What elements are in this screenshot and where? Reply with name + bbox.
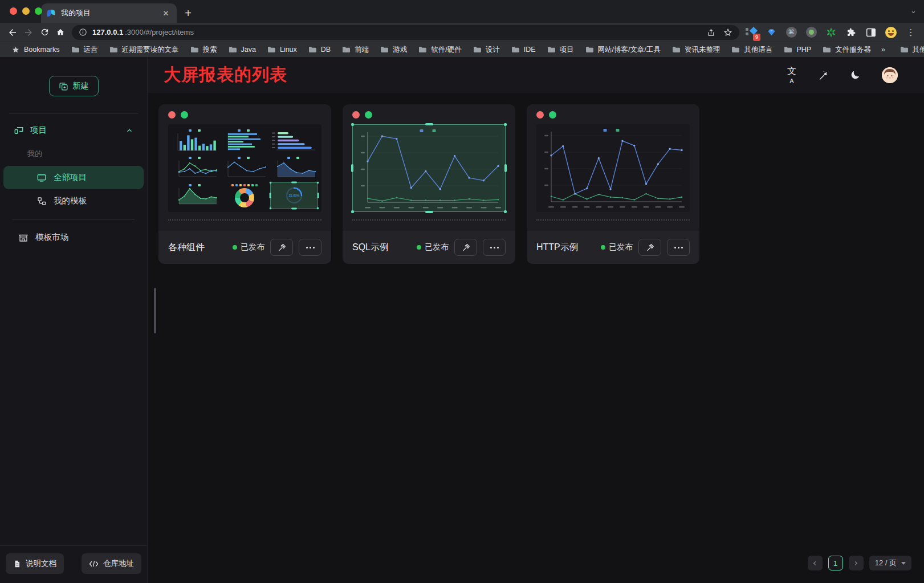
- bookmark-folder[interactable]: 搜索: [185, 45, 223, 55]
- bookmark-folder[interactable]: Java: [223, 46, 262, 54]
- selection-handle[interactable]: [318, 193, 319, 198]
- bookmark-folder[interactable]: 设计: [467, 45, 506, 55]
- pagination: 1 12 / 页: [808, 556, 911, 570]
- selection-handle[interactable]: [317, 182, 319, 184]
- repo-button[interactable]: 仓库地址: [82, 553, 141, 574]
- edit-project-button[interactable]: [454, 239, 477, 256]
- hammer-icon: [461, 243, 471, 252]
- next-page-button[interactable]: [849, 556, 864, 570]
- selection-handle[interactable]: [504, 123, 507, 126]
- donut-legend: [231, 184, 258, 186]
- puzzle-extensions-icon[interactable]: [845, 26, 857, 39]
- bookmark-folder-label: 设计: [486, 45, 500, 55]
- selection-handle[interactable]: [504, 164, 507, 172]
- command-extension-icon[interactable]: ⌘: [785, 26, 797, 39]
- user-avatar[interactable]: [882, 67, 898, 83]
- thumbnail-line-chart: [536, 124, 689, 211]
- green-dot: [365, 111, 372, 119]
- browser-tab[interactable]: 我的项目 ✕: [41, 3, 177, 23]
- scrollbar-thumb[interactable]: [154, 288, 156, 333]
- bookmark-folder[interactable]: 运营: [66, 45, 104, 55]
- bookmark-folder[interactable]: 其他语言: [726, 45, 778, 55]
- magic-wand-icon[interactable]: [817, 70, 829, 81]
- zoom-window-button[interactable]: [35, 7, 42, 15]
- selection-handle[interactable]: [504, 210, 507, 213]
- selection-handle[interactable]: [425, 123, 433, 125]
- edit-project-button[interactable]: [270, 239, 293, 256]
- close-tab-icon[interactable]: ✕: [161, 8, 171, 18]
- selection-handle[interactable]: [351, 164, 353, 172]
- more-actions-button[interactable]: [483, 239, 506, 256]
- bookmarks-overflow-chevron[interactable]: »: [877, 46, 890, 54]
- mini-chart-cell: [270, 155, 318, 181]
- bookmark-folder[interactable]: DB: [303, 46, 336, 54]
- sidebar-item-my-templates[interactable]: 我的模板: [3, 189, 144, 213]
- bookmark-folder[interactable]: 资讯未整理: [666, 45, 726, 55]
- other-bookmarks-folder[interactable]: 其他书签: [894, 45, 924, 55]
- language-icon[interactable]: 文A: [787, 66, 796, 84]
- share-icon[interactable]: [707, 28, 715, 37]
- gem-extension-icon[interactable]: [765, 26, 778, 39]
- forward-icon[interactable]: [21, 25, 36, 40]
- bookmark-folder[interactable]: Linux: [262, 46, 303, 54]
- close-window-button[interactable]: [10, 7, 17, 15]
- side-panel-icon[interactable]: [865, 26, 877, 39]
- project-thumbnail[interactable]: 25.00%: [168, 124, 321, 212]
- home-icon[interactable]: [52, 25, 68, 40]
- record-extension-icon[interactable]: [805, 26, 817, 39]
- minimize-window-button[interactable]: [22, 7, 30, 15]
- selection-handle[interactable]: [351, 210, 354, 213]
- address-bar[interactable]: 127.0.0.1:3000/#/project/items: [72, 25, 739, 40]
- gauge-panel-selected[interactable]: 25.00%: [270, 182, 318, 209]
- reload-icon[interactable]: [36, 25, 52, 40]
- selection-handle[interactable]: [291, 208, 297, 210]
- sidebar-group-project[interactable]: 项目: [3, 119, 144, 142]
- bookmark-folder[interactable]: 项目: [542, 45, 580, 55]
- bookmark-folder-label: 其他语言: [744, 45, 772, 55]
- sidebar-mine-label: 我的: [3, 142, 144, 166]
- selection-handle[interactable]: [291, 182, 297, 184]
- bookmark-folder[interactable]: 文件服务器: [817, 45, 877, 55]
- green-star-extension-icon[interactable]: [825, 26, 837, 39]
- chevron-up-icon: [125, 127, 133, 134]
- bookmark-folder[interactable]: 游戏: [375, 45, 413, 55]
- selection-handle[interactable]: [351, 123, 354, 126]
- project-thumbnail[interactable]: [352, 124, 506, 212]
- emoji-profile-avatar[interactable]: [885, 26, 897, 39]
- publish-status-label: 已发布: [241, 242, 264, 252]
- bookmark-folder-label: 软件/硬件: [431, 45, 461, 55]
- dark-mode-moon-icon[interactable]: [850, 70, 861, 80]
- site-info-icon[interactable]: [79, 28, 87, 36]
- selection-handle[interactable]: [269, 193, 271, 198]
- bookmark-folder[interactable]: 前端: [336, 45, 375, 55]
- sidebar-item-template-market-label: 模板市场: [35, 232, 68, 243]
- bookmark-star-icon[interactable]: [723, 28, 732, 37]
- bookmark-folder[interactable]: IDE: [506, 46, 542, 54]
- selection-handle[interactable]: [269, 207, 271, 210]
- more-actions-button[interactable]: [299, 239, 321, 256]
- browser-menu-icon[interactable]: ⋮: [905, 26, 917, 39]
- selection-handle[interactable]: [425, 211, 433, 213]
- selection-handle[interactable]: [317, 207, 319, 210]
- back-icon[interactable]: [5, 25, 21, 40]
- project-thumbnail[interactable]: [536, 124, 690, 212]
- extension-grid-icon[interactable]: 9: [745, 26, 758, 39]
- bookmark-folder[interactable]: PHP: [778, 46, 817, 54]
- page-size-select[interactable]: 12 / 页: [869, 556, 911, 570]
- prev-page-button[interactable]: [808, 556, 823, 570]
- edit-project-button[interactable]: [638, 239, 661, 256]
- bookmark-folder[interactable]: 网站/博客/文章/工具: [580, 45, 666, 55]
- docs-button[interactable]: 说明文档: [6, 553, 64, 574]
- new-tab-button[interactable]: +: [180, 5, 196, 21]
- more-actions-button[interactable]: [667, 239, 690, 256]
- current-page[interactable]: 1: [828, 556, 843, 570]
- bookmark-folder[interactable]: 近期需要读的文章: [104, 45, 185, 55]
- selection-handle[interactable]: [269, 182, 271, 184]
- sidebar-item-all-projects[interactable]: 全部项目: [3, 166, 144, 189]
- bookmarks-root[interactable]: Bookmarks: [6, 46, 66, 54]
- new-project-button[interactable]: 新建: [49, 76, 99, 96]
- tab-search-chevron-icon[interactable]: ⌄: [910, 6, 917, 15]
- bookmark-folder[interactable]: 软件/硬件: [413, 45, 467, 55]
- sidebar-item-template-market[interactable]: 模板市场: [3, 226, 144, 249]
- project-title: SQL示例: [352, 242, 411, 254]
